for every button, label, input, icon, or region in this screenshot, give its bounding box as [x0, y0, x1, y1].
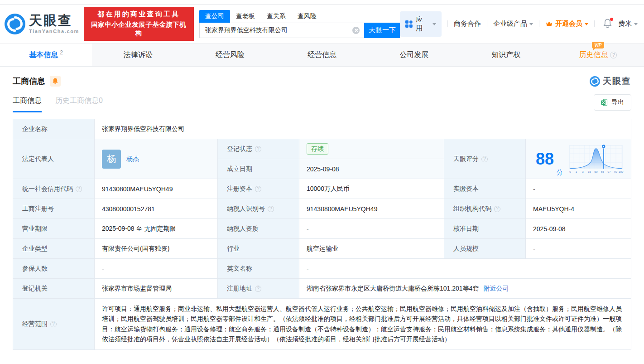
export-label: 导出	[611, 98, 624, 107]
field-label-registered-capital: 注册资本	[218, 179, 299, 199]
avatar[interactable]: 杨	[102, 150, 121, 169]
field-value-registration-status: 存续	[299, 139, 444, 159]
field-label-english-name: 英文名称	[218, 259, 299, 279]
label-text: 组织机构代码	[453, 205, 491, 213]
coop-label: 商务合作	[454, 19, 481, 28]
vip-label: 开通会员	[555, 19, 582, 28]
search-tab-risk[interactable]: 查风险	[292, 10, 322, 23]
business-registration-table: 企业名称 张家界翔界低空科技有限公司 法定代表人 杨 杨杰 登记状态 存续 成立…	[13, 119, 631, 350]
svg-text:99: 99	[614, 170, 617, 173]
tianyancha-logo[interactable]: 天眼查 TianYanCha.com	[5, 14, 79, 34]
field-label-industry: 行业	[218, 239, 299, 259]
user-menu[interactable]: 费米	[618, 19, 638, 28]
field-label-business-term: 营业期限	[13, 219, 95, 239]
field-value-registered-address: 湖南省张家界市永定区大庸桥街道大庸桥会所栋101.201等4套 附近公司	[299, 279, 631, 299]
field-label-establishment-date: 成立日期	[218, 159, 299, 179]
logo-title: 天眼查	[29, 14, 79, 27]
apps-menu[interactable]: 应用	[400, 11, 442, 37]
question-mark-icon[interactable]	[255, 286, 261, 292]
enterprise-products-menu[interactable]: 企业级产品	[493, 19, 533, 28]
section-title: 工商信息	[13, 76, 45, 87]
field-value-business-term: 2025-09-08 至 无固定期限	[95, 219, 218, 239]
field-value-approval-date: 2025-09-08	[526, 219, 631, 239]
question-mark-icon[interactable]	[255, 186, 261, 192]
header-right: 应用 商务合作 企业级产品 开通会员 费米	[400, 11, 638, 37]
tab-business-info[interactable]: 经营信息	[276, 44, 368, 66]
username: 费米	[618, 19, 632, 28]
svg-text:0: 0	[569, 170, 571, 173]
tab-legal-proceedings[interactable]: 法律诉讼	[92, 44, 184, 66]
notifications-button[interactable]	[603, 19, 612, 29]
score-axis-labels: 0 1 3 15 50 85 97 99 100	[569, 170, 624, 173]
field-value-registered-capital: 10000万人民币	[299, 179, 444, 199]
tab-label: 历史信息	[579, 50, 608, 60]
business-coop-link[interactable]: 商务合作	[454, 19, 481, 28]
field-value-legal-representative: 杨 杨杰	[95, 139, 218, 179]
field-value-staff-size: -	[526, 239, 631, 259]
caret-down-icon	[529, 23, 533, 25]
field-label-paid-capital: 实缴资本	[444, 179, 526, 199]
field-label-registration-status: 登记状态	[218, 139, 299, 159]
apps-grid-icon	[405, 20, 413, 28]
tab-company-development[interactable]: 公司发展	[368, 44, 460, 66]
search-tab-boss[interactable]: 查老板	[230, 10, 261, 23]
field-label-taxpayer-id: 纳税人识别号	[218, 199, 299, 219]
tab-business-risk[interactable]: 经营风险	[184, 44, 276, 66]
tab-label: 公司发展	[399, 50, 428, 60]
question-mark-icon[interactable]	[255, 146, 261, 152]
promo-banner: 都在用的商业查询工具 国家中小企业发展子基金旗下机构	[84, 7, 194, 41]
question-mark-icon[interactable]	[268, 206, 274, 212]
field-value-organization-code: MAEU5YQH-4	[526, 199, 631, 219]
svg-text:85: 85	[601, 170, 604, 173]
tab-history-info[interactable]: 历史信息 VIP	[552, 44, 644, 66]
field-label-insured-count: 参保人数	[13, 259, 95, 279]
search-tab-company[interactable]: 查公司	[199, 10, 230, 23]
legal-representative-link[interactable]: 杨杰	[126, 155, 139, 163]
tab-label: 经营信息	[308, 50, 336, 60]
subtab-business-registration[interactable]: 工商信息	[13, 96, 42, 112]
monitor-bell-button[interactable]	[50, 76, 61, 87]
clear-icon[interactable]	[352, 27, 360, 34]
question-mark-icon[interactable]	[610, 52, 617, 58]
field-value-tianyan-score[interactable]: 88 分 0	[526, 139, 631, 179]
field-value-insured-count: -	[95, 259, 218, 279]
caret-down-icon	[433, 23, 436, 25]
tab-label: 基本信息	[29, 50, 58, 60]
tab-basic-info[interactable]: 基本信息2	[0, 44, 92, 66]
field-label-tianyan-score: 天眼评分	[444, 139, 526, 179]
question-mark-icon[interactable]	[76, 186, 82, 192]
divider	[539, 20, 539, 27]
field-label-staff-size: 人员规模	[444, 239, 526, 259]
question-mark-icon[interactable]	[481, 156, 488, 162]
main-content: 工商信息 天眼查 工商信息 历史工商信息0 导出 企业名称 张家界翔界低空科技有	[0, 73, 644, 350]
subtab-label: 历史工商信息	[55, 97, 99, 104]
vip-upgrade-menu[interactable]: 开通会员	[545, 19, 588, 28]
search-tab-relation[interactable]: 查关系	[261, 10, 292, 23]
field-label-company-type: 企业类型	[13, 239, 95, 259]
bell-icon	[52, 78, 58, 85]
caret-down-icon	[585, 23, 588, 25]
tianyancha-swirl-icon	[5, 14, 25, 34]
svg-text:15: 15	[588, 170, 591, 173]
enterprise-label: 企业级产品	[493, 19, 527, 28]
field-label-registration-number: 工商注册号	[13, 199, 95, 219]
tianyancha-watermark: 天眼查	[590, 75, 631, 87]
divider	[447, 20, 448, 27]
question-mark-icon[interactable]	[494, 206, 500, 212]
search-button[interactable]: 天眼一下	[364, 23, 400, 38]
field-value-company-type: 有限责任公司(国有独资)	[95, 239, 218, 259]
field-value-company-name: 张家界翔界低空科技有限公司	[95, 119, 631, 139]
field-label-approval-date: 核准日期	[444, 219, 526, 239]
question-mark-icon[interactable]	[50, 321, 57, 327]
promo-line1: 都在用的商业查询工具	[88, 10, 190, 19]
nearby-companies-link[interactable]: 附近公司	[483, 285, 509, 293]
subtab-history-registration[interactable]: 历史工商信息0	[55, 96, 103, 112]
tab-intellectual-property[interactable]: 知识产权	[460, 44, 552, 66]
tab-label: 法律诉讼	[124, 50, 153, 60]
search-input[interactable]	[199, 23, 365, 38]
subtab-count: 0	[99, 97, 103, 104]
export-button[interactable]: 导出	[594, 94, 631, 111]
field-label-organization-code: 组织机构代码	[444, 199, 526, 219]
field-value-business-scope: 许可项目：通用航空服务；商业非运输、私用大型航空器运营人、航空器代管人运行业务；…	[95, 299, 631, 350]
crown-icon	[545, 20, 553, 27]
